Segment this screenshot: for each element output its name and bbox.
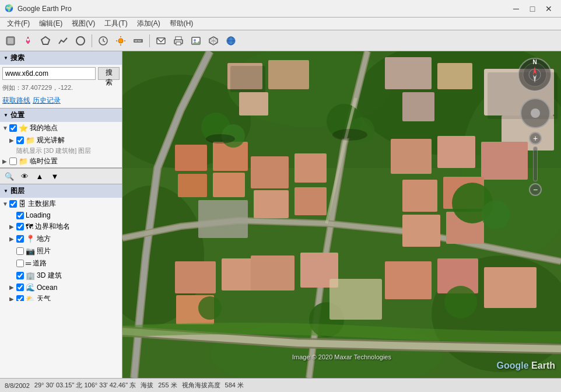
toolbar-path-btn[interactable] [55,33,71,49]
my-places-checkbox[interactable] [9,124,17,132]
search-label: 搜索 [10,53,24,63]
layers-header[interactable]: ▼ 图层 [0,184,122,198]
tourism-expand-icon: ▶ [9,137,16,144]
layer-primary-db[interactable]: ▼ 🗄 主数据库 [0,198,122,210]
expand-icon: ▼ [2,125,9,131]
close-button[interactable]: ✕ [541,3,556,15]
zoom-out-btn[interactable]: − [529,183,542,196]
toolbar-sun-btn[interactable] [113,33,129,49]
ocean-checkbox[interactable] [16,284,24,291]
layer-places[interactable]: ▶ 📍 地方 [0,233,122,245]
title-bar: 🌍 Google Earth Pro ─ □ ✕ [0,0,561,18]
svg-rect-42 [239,92,268,116]
menu-help[interactable]: 帮助(H) [165,18,198,30]
layers-section: ▼ 图层 ▼ 🗄 主数据库 Loading ▶ 🗺 边界和地名 [0,184,122,301]
svg-point-5 [76,37,85,45]
toolbar-historical-btn[interactable] [95,33,111,49]
menu-file[interactable]: 文件(F) [2,18,34,30]
layer-3d-buildings[interactable]: 🏢 3D 建筑 [0,270,122,282]
toolbar-save-img-btn[interactable] [188,33,204,49]
loading-checkbox[interactable] [16,212,24,219]
tourism-checkbox[interactable] [16,136,24,144]
layer-borders[interactable]: ▶ 🗺 边界和地名 [0,220,122,233]
places-layer-icon: 📍 [26,235,35,243]
svg-rect-55 [294,187,327,215]
loading-label: Loading [26,211,51,219]
ocean-label: Ocean [37,284,57,292]
svg-point-7 [118,38,123,43]
tourism-label: 观光讲解 [37,135,65,145]
get-directions-link[interactable]: 获取路线 [2,96,30,106]
svg-rect-53 [294,153,327,183]
borders-icon: 🗺 [26,222,33,231]
places-triangle-icon: ▼ [3,113,8,118]
tree-item-temp[interactable]: ▶ 📁 临时位置 [0,155,122,167]
tree-item-tourism[interactable]: ▶ 📁 观光讲解 [0,134,122,146]
search-input[interactable] [2,67,96,80]
search-triangle-icon: ▼ [3,55,8,61]
layer-weather[interactable]: ▶ ⛅ 天气 [0,293,122,301]
tree-item-my-places[interactable]: ▼ ⭐ 我的地点 [0,122,122,134]
toolbar-nav-btn[interactable] [2,33,19,49]
places-header[interactable]: ▼ 位置 [0,108,122,122]
svg-rect-59 [402,180,437,212]
photos-checkbox[interactable] [16,247,24,255]
compass[interactable]: N [517,57,552,92]
places-search-btn[interactable]: 🔍 [2,170,16,183]
borders-checkbox[interactable] [16,223,24,230]
map-svg [122,51,561,378]
menu-view[interactable]: 视图(V) [67,18,100,30]
svg-rect-66 [251,256,294,290]
minimize-button[interactable]: ─ [509,3,524,15]
places-layer-checkbox[interactable] [16,235,24,243]
toolbar-polygon-btn[interactable] [37,33,54,49]
zoom-in-btn[interactable]: + [529,132,542,145]
toolbar-earth-btn[interactable] [223,33,239,49]
svg-rect-82 [198,200,248,238]
main-toolbar [0,30,561,51]
search-button[interactable]: 搜索 [98,67,120,80]
menu-tools[interactable]: 工具(T) [100,18,132,30]
roads-checkbox[interactable] [16,260,24,267]
svg-point-85 [332,129,367,141]
places-up-btn[interactable]: ▲ [33,170,47,183]
pan-control[interactable] [520,98,551,128]
toolbar-circle-btn[interactable] [72,33,89,49]
map-area[interactable]: Image © 2020 Maxar Technologies Google E… [122,51,561,378]
3d-bldg-checkbox[interactable] [16,272,24,279]
places-down-btn[interactable]: ▼ [48,170,62,183]
primary-db-checkbox[interactable] [9,200,17,208]
menu-add[interactable]: 添加(A) [132,18,165,30]
search-links: 获取路线 历史记录 [0,93,122,108]
layer-photos[interactable]: 📷 照片 [0,245,122,257]
my-places-label: 我的地点 [30,123,58,133]
layer-loading[interactable]: Loading [0,210,122,220]
toolbar-email-btn[interactable] [153,33,169,49]
nav-controls[interactable]: + − [520,98,551,196]
my-places-icon: ⭐ [19,124,28,132]
toolbar-placemark-btn[interactable] [20,33,36,49]
image-attribution: Image © 2020 Maxar Technologies [292,354,391,360]
primary-db-label: 主数据库 [28,199,56,209]
maximize-button[interactable]: □ [525,3,540,15]
svg-rect-54 [254,190,289,218]
watermark-earth: Earth [529,360,555,370]
layer-roads[interactable]: ═ 道路 [0,257,122,270]
temp-icon: 📁 [19,157,28,166]
toolbar-3dview-btn[interactable] [205,33,222,49]
menu-edit[interactable]: 编辑(E) [34,18,67,30]
places-layer-label: 地方 [37,234,51,244]
weather-checkbox[interactable] [16,295,24,301]
toolbar-ruler-btn[interactable] [130,33,146,49]
toolbar-print-btn[interactable] [170,33,187,49]
zoom-track[interactable] [533,146,538,181]
layer-ocean[interactable]: ▶ 🌊 Ocean [0,282,122,293]
places-label: 位置 [10,110,24,120]
svg-point-22 [194,39,196,41]
3d-buildings-label: 随机显示 [3D 建筑物] 图层 [0,146,122,155]
layers-triangle-icon: ▼ [3,188,8,194]
places-eye-btn[interactable]: 👁 [17,170,31,183]
history-link[interactable]: 历史记录 [33,96,61,106]
search-header[interactable]: ▼ 搜索 [0,51,122,65]
temp-checkbox[interactable] [9,158,17,165]
